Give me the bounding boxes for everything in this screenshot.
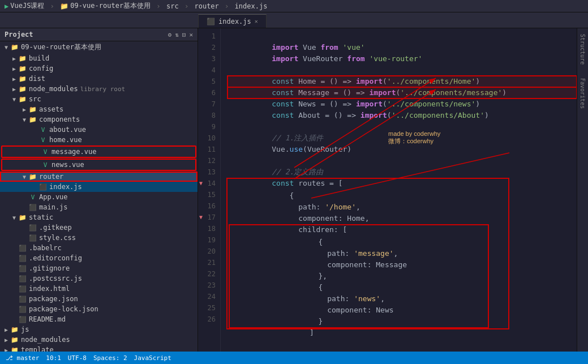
tree-item-main-js[interactable]: ⬛ main.js: [0, 202, 198, 212]
code-line-14: {: [228, 179, 508, 190]
line-num-8: 8: [198, 110, 220, 121]
line-numbers: 1 2 3 4 5 6 7 8 9 10 11 12 13 ▼ 14 15 16: [198, 28, 221, 352]
tree-item-src[interactable]: ▼ 📁 src: [0, 94, 198, 104]
line-num-20: 20: [198, 246, 220, 257]
assets-arrow: ▶: [20, 106, 28, 113]
about-vue-label: about.vue: [49, 126, 86, 134]
static-folder-icon: 📁: [18, 214, 27, 221]
tree-item-home-vue[interactable]: V home.vue: [0, 135, 198, 145]
tree-item-babelrc[interactable]: ⬛ .babelrc: [0, 243, 198, 253]
tree-item-news-vue[interactable]: V news.vue: [1, 159, 196, 171]
tree-item-readme[interactable]: ⬛ README.md: [0, 314, 198, 324]
vuejs-icon: ▶: [5, 2, 8, 10]
code-line-15: path: '/home',: [228, 190, 508, 202]
config-arrow: ▶: [10, 66, 18, 72]
tab-close-button[interactable]: ✕: [255, 18, 258, 24]
tree-item-gitignore[interactable]: ⬛ .gitignore: [0, 263, 198, 273]
tree-item-build[interactable]: ▶ 📁 build: [0, 53, 198, 63]
tree-item-package-lock-json[interactable]: ⬛ package-lock.json: [0, 304, 198, 314]
home-vue-label: home.vue: [49, 136, 82, 144]
root-arrow: ▼: [2, 44, 10, 50]
line-num-6: 6: [198, 87, 220, 99]
config-folder-icon: 📁: [18, 65, 27, 72]
line-col: 10:1: [46, 354, 61, 362]
tree-item-style-css[interactable]: ⬛ style.css: [0, 233, 198, 243]
line-num-13: 13: [198, 166, 220, 178]
code-line-6: const News = () => import('../components…: [228, 87, 577, 99]
node-modules-label: node_modules: [29, 85, 78, 93]
favorites-tab[interactable]: Favorites: [580, 78, 586, 109]
router-label: router: [39, 173, 63, 181]
babelrc-label: .babelrc: [29, 244, 62, 252]
tree-item-message-vue[interactable]: V message.vue: [1, 145, 196, 158]
line-num-24: 24: [198, 291, 220, 302]
indent: Spaces: 2: [93, 354, 127, 362]
sidebar: Project ⚙ ⇅ ⊡ ✕ ▼ 📁 09-vue-router基本使用 ▶ …: [0, 28, 198, 352]
breadcrumb-project: 📁 09-vue-router基本使用: [60, 1, 151, 11]
tree-item-package-json[interactable]: ⬛ package.json: [0, 294, 198, 304]
package-json-icon: ⬛: [18, 296, 27, 303]
line-num-7: 7: [198, 99, 220, 110]
line-num-22: 22: [198, 268, 220, 280]
line-num-26: 26: [198, 314, 220, 325]
tree-item-node-modules[interactable]: ▶ 📁 node_modules library root: [0, 84, 198, 94]
top-bar: ▶ VueJS课程 › 📁 09-vue-router基本使用 › src › …: [0, 0, 588, 12]
annotation-box: made by coderwhy 微博：coderwhy: [385, 129, 444, 147]
tree-item-js-folder[interactable]: ▶ 📁 js: [0, 324, 198, 335]
node-modules-2-label: node_modules: [21, 336, 70, 344]
file-tree: ▼ 📁 09-vue-router基本使用 ▶ 📁 build ▶ 📁 conf…: [0, 41, 198, 352]
line-num-10: 10: [198, 132, 220, 144]
collapse-icon[interactable]: ⊡: [182, 31, 186, 38]
js-file-icon: ⬛: [207, 18, 215, 25]
code-lines-container[interactable]: import Vue from 'vue' import VueRouter f…: [221, 28, 577, 352]
lang: JavaScript: [134, 354, 171, 362]
code-line-23: path: 'news',: [230, 282, 488, 293]
components-arrow: ▼: [20, 117, 28, 123]
tree-item-assets[interactable]: ▶ 📁 assets: [0, 104, 198, 114]
tree-item-index-html[interactable]: ⬛ index.html: [0, 284, 198, 294]
code-line-20: component: Message: [230, 248, 488, 259]
tree-item-static[interactable]: ▼ 📁 static: [0, 212, 198, 222]
editorconfig-label: .editorconfig: [29, 254, 82, 262]
tree-item-gitkeep[interactable]: ⬛ .gitkeep: [0, 222, 198, 233]
code-line-24: component: News: [230, 293, 488, 305]
line-num-12: 12: [198, 155, 220, 166]
postcssrc-icon: ⬛: [18, 275, 27, 282]
tab-index-js[interactable]: ⬛ index.js ✕: [198, 14, 267, 28]
tree-item-about-vue[interactable]: V about.vue: [0, 125, 198, 135]
code-line-7: const About = () => import('../component…: [228, 99, 577, 110]
tree-item-template[interactable]: ▶ 📁 template: [0, 345, 198, 352]
code-line-13: const routes = [: [228, 166, 577, 178]
tree-item-node-modules-2[interactable]: ▶ 📁 node_modules: [0, 335, 198, 345]
index-js-label: index.js: [49, 183, 82, 191]
fold-arrow-17: ▼: [199, 212, 203, 223]
close-sidebar-icon[interactable]: ✕: [189, 31, 193, 38]
line-num-3: 3: [198, 53, 220, 65]
tree-root[interactable]: ▼ 📁 09-vue-router基本使用: [0, 41, 198, 53]
tree-item-app-vue[interactable]: V App.vue: [0, 192, 198, 202]
message-vue-icon: V: [41, 148, 50, 156]
line-num-15: 15: [198, 189, 220, 200]
line-num-2: 2: [198, 42, 220, 53]
settings-icon[interactable]: ⚙: [168, 31, 172, 38]
tree-item-router[interactable]: ▼ 📁 router: [0, 172, 198, 182]
code-line-8: [228, 110, 577, 121]
code-editor[interactable]: 1 2 3 4 5 6 7 8 9 10 11 12 13 ▼ 14 15 16: [198, 28, 577, 352]
gitkeep-icon: ⬛: [28, 224, 37, 232]
package-lock-json-label: package-lock.json: [29, 305, 98, 313]
children-box: { path: 'message', component: Message: [229, 224, 489, 328]
line-num-25: 25: [198, 302, 220, 314]
git-branch: ⎇ master: [6, 354, 39, 362]
tree-item-config[interactable]: ▶ 📁 config: [0, 63, 198, 74]
node-modules-badge: library root: [80, 85, 125, 93]
expand-icon[interactable]: ⇅: [175, 31, 179, 38]
package-lock-json-icon: ⬛: [18, 306, 27, 313]
tree-item-postcssrc[interactable]: ⬛ .postcssrc.js: [0, 273, 198, 284]
structure-tab[interactable]: Structure: [580, 34, 586, 65]
editorconfig-icon: ⬛: [18, 255, 27, 262]
tree-item-editorconfig[interactable]: ⬛ .editorconfig: [0, 253, 198, 263]
tree-item-dist[interactable]: ▶ 📁 dist: [0, 74, 198, 84]
line-num-4: 4: [198, 65, 220, 76]
tree-item-index-js[interactable]: ⬛ index.js: [0, 182, 198, 192]
tree-item-components[interactable]: ▼ 📁 components: [0, 114, 198, 125]
